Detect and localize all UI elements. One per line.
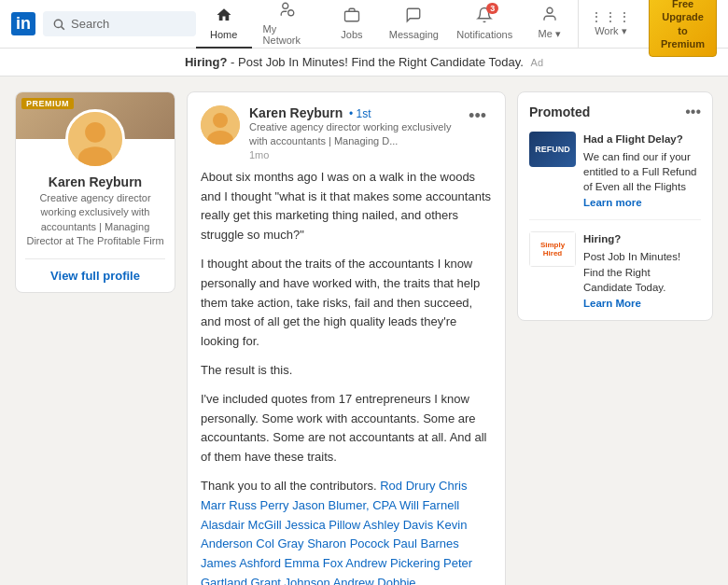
main-layout: PREMIUM Karen Reyburn Creative agency di…: [0, 77, 728, 585]
nav-notifications[interactable]: 3 Notifications: [448, 0, 522, 49]
post-card: Karen Reyburn • 1st Creative agency dire…: [187, 91, 506, 585]
post-meta: Karen Reyburn • 1st Creative agency dire…: [249, 105, 454, 160]
notification-badge: 3: [486, 3, 498, 14]
view-full-profile-button[interactable]: View full profile: [16, 259, 175, 292]
nav-home[interactable]: Home: [196, 0, 252, 49]
promoted-hiring-image: SimplyHired: [529, 231, 576, 267]
left-sidebar: PREMIUM Karen Reyburn Creative agency di…: [15, 91, 175, 585]
promoted-header: Promoted •••: [529, 104, 701, 120]
svg-point-3: [288, 9, 294, 15]
avatar: [65, 109, 125, 169]
promoted-title: Promoted: [529, 104, 590, 119]
promoted-hiring-content: Hiring? Post Job In Minutes! Find the Ri…: [583, 231, 701, 308]
top-navigation: in Search Home My Network Jobs: [0, 0, 728, 49]
post-author-description: Creative agency director working exclusi…: [249, 120, 454, 149]
svg-line-1: [62, 26, 64, 29]
messaging-icon: [405, 7, 422, 28]
post-paragraph-4: I've included quotes from 17 entrepreneu…: [201, 390, 492, 467]
hiring-banner: Hiring? - Post Job In Minutes! Find the …: [0, 49, 728, 77]
promoted-flight-image: REFUND: [529, 132, 576, 167]
post-author-name[interactable]: Karen Reyburn: [249, 105, 343, 120]
post-more-button[interactable]: •••: [463, 105, 492, 126]
post-time: 1mo: [249, 149, 454, 160]
premium-badge: PREMIUM: [21, 98, 74, 109]
hiring-banner-text: - Post Job In Minutes! Find the Right Ca…: [227, 55, 523, 69]
post-paragraph-5: Thank you to all the contributors. Rod D…: [201, 477, 492, 585]
nav-network-label: My Network: [263, 23, 313, 46]
search-placeholder: Search: [71, 17, 109, 31]
hiring-banner-ad: Ad: [531, 57, 543, 68]
profile-name: Karen Reyburn: [16, 174, 175, 191]
premium-line2: to Premium: [659, 24, 707, 51]
svg-rect-4: [344, 11, 358, 21]
post-body: About six months ago I was on a walk in …: [188, 168, 505, 585]
premium-line1: Free Upgrade: [659, 0, 707, 24]
svg-point-10: [213, 113, 228, 128]
promoted-more-button[interactable]: •••: [685, 104, 701, 120]
post-author-avatar: [201, 105, 240, 145]
post-author-badge: • 1st: [349, 107, 371, 120]
promoted-item-flight: REFUND Had a Flight Delay? We can find o…: [529, 132, 701, 220]
svg-point-2: [283, 3, 288, 8]
jobs-icon: [343, 7, 360, 28]
promoted-hiring-title: Hiring?: [583, 231, 701, 246]
nav-notifications-label: Notifications: [456, 29, 512, 40]
nav-jobs[interactable]: Jobs: [324, 0, 380, 49]
nav-me[interactable]: Me ▾: [522, 0, 578, 49]
profile-description: Creative agency director working exclusi…: [16, 191, 175, 258]
promoted-flight-content: Had a Flight Delay? We can find our if y…: [583, 132, 701, 208]
promoted-card: Promoted ••• REFUND Had a Flight Delay? …: [517, 91, 713, 321]
feed: Karen Reyburn • 1st Creative agency dire…: [187, 91, 506, 585]
svg-point-7: [85, 122, 105, 143]
network-icon: [279, 1, 296, 22]
promoted-flight-learn-more[interactable]: Learn more: [583, 197, 701, 208]
nav-work[interactable]: ⋮⋮⋮ Work ▾: [578, 0, 641, 49]
post-header: Karen Reyburn • 1st Creative agency dire…: [188, 92, 505, 168]
svg-point-0: [54, 20, 62, 27]
nav-items: Home My Network Jobs Messaging 3 Not: [196, 0, 641, 49]
promoted-hiring-body: Post Job In Minutes! Find the Right Cand…: [583, 249, 701, 294]
search-icon: [52, 18, 65, 31]
post-paragraph-2: I thought about the traits of the accoun…: [201, 255, 492, 352]
nav-messaging-label: Messaging: [389, 29, 439, 40]
right-sidebar: Promoted ••• REFUND Had a Flight Delay? …: [517, 91, 713, 585]
premium-upgrade-button[interactable]: Free Upgrade to Premium: [649, 0, 717, 57]
notifications-icon: 3: [476, 7, 493, 28]
me-icon: [541, 6, 558, 27]
home-icon: [216, 7, 232, 28]
promoted-item-hiring: SimplyHired Hiring? Post Job In Minutes!…: [529, 231, 701, 308]
nav-jobs-label: Jobs: [341, 29, 362, 40]
nav-me-label: Me ▾: [539, 28, 561, 40]
post-contributors[interactable]: Rod Drury Chris Marr Russ Perry Jason Bl…: [201, 479, 472, 585]
nav-home-label: Home: [210, 29, 237, 40]
post-paragraph-1: About six months ago I was on a walk in …: [201, 168, 492, 245]
work-icon: ⋮⋮⋮: [590, 9, 632, 24]
linkedin-logo[interactable]: in: [11, 12, 35, 35]
simplyhired-logo: SimplyHired: [540, 241, 565, 258]
promoted-flight-title: Had a Flight Delay?: [583, 132, 701, 146]
nav-work-label: Work ▾: [595, 25, 627, 37]
svg-point-5: [547, 7, 553, 13]
post-paragraph-3: The result is this.: [201, 361, 492, 381]
promoted-hiring-learn-more[interactable]: Learn More: [583, 298, 701, 309]
profile-card: PREMIUM Karen Reyburn Creative agency di…: [15, 91, 175, 293]
hiring-banner-bold: Hiring?: [185, 55, 228, 69]
nav-network[interactable]: My Network: [252, 0, 324, 49]
post-author-line: Karen Reyburn • 1st: [249, 105, 454, 120]
promoted-flight-body: We can find our if your entitled to a Fu…: [583, 149, 701, 194]
search-bar[interactable]: Search: [43, 11, 196, 36]
nav-messaging[interactable]: Messaging: [380, 0, 448, 49]
